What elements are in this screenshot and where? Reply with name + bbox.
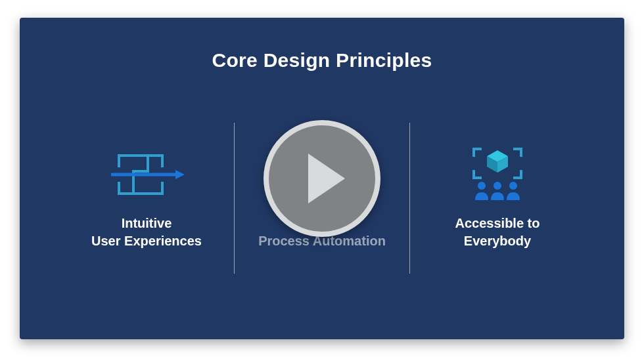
people-cube-icon: [458, 146, 537, 203]
svg-point-20: [509, 182, 517, 190]
label-line-2: Everybody: [464, 234, 531, 248]
principle-label: Intuitive User Experiences: [91, 215, 202, 250]
play-button[interactable]: [264, 120, 380, 237]
svg-marker-1: [175, 170, 185, 179]
slide-title: Core Design Principles: [20, 18, 624, 72]
principle-accessible: Accessible to Everybody: [410, 146, 585, 250]
label-line-1: Intuitive: [122, 216, 172, 230]
label-line-1: Accessible to: [455, 216, 540, 230]
principle-label: Accessible to Everybody: [455, 215, 540, 250]
svg-point-19: [494, 182, 501, 190]
play-icon: [308, 154, 345, 203]
label-line-2: User Experiences: [91, 234, 202, 248]
video-thumbnail-card: Core Design Principles Intuitive User Ex…: [20, 18, 624, 339]
flow-arrow-icon: [107, 146, 186, 203]
svg-point-18: [478, 182, 486, 190]
principle-intuitive: Intuitive User Experiences: [59, 146, 234, 250]
